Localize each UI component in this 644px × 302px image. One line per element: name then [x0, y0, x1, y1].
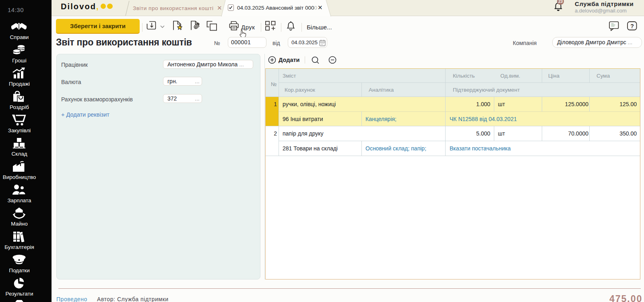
svg-text:?: ? [630, 23, 634, 29]
